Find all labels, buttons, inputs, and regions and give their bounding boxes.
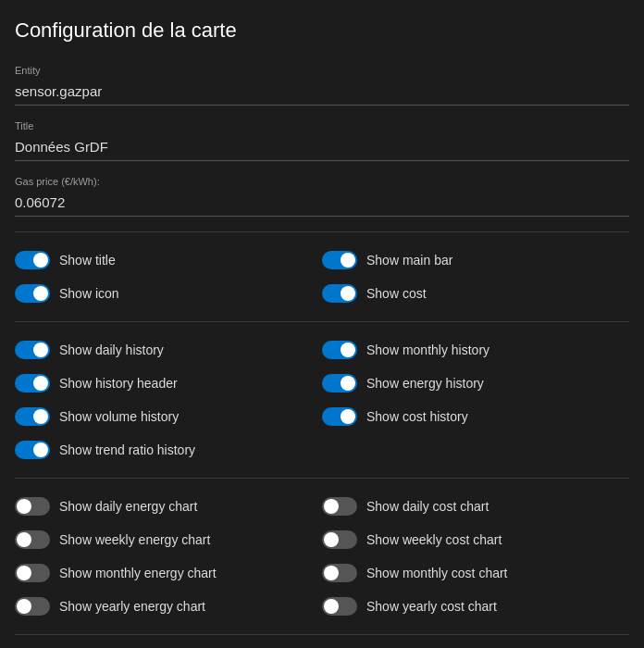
toggle-row-8: Show weekly energy chart Show weekly cos… bbox=[15, 523, 629, 556]
toggle-show-title-item: Show title bbox=[15, 243, 322, 277]
toggle-row-2: Show icon Show cost bbox=[15, 277, 629, 310]
show-history-header-toggle[interactable] bbox=[15, 374, 50, 393]
show-main-bar-label: Show main bar bbox=[366, 253, 452, 268]
show-icon-toggle[interactable] bbox=[15, 284, 50, 303]
show-daily-energy-chart-label: Show daily energy chart bbox=[59, 499, 197, 514]
toggle-row-9: Show monthly energy chart Show monthly c… bbox=[15, 556, 629, 590]
divider-2 bbox=[15, 321, 629, 322]
show-cost-label: Show cost bbox=[366, 286, 427, 301]
show-monthly-history-label: Show monthly history bbox=[366, 343, 489, 357]
show-daily-energy-chart-toggle[interactable] bbox=[15, 497, 50, 516]
toggle-show-history-header-item: Show history header bbox=[15, 367, 322, 400]
show-weekly-energy-chart-toggle[interactable] bbox=[15, 530, 50, 549]
toggle-show-trend-ratio-history-item: Show trend ratio history bbox=[15, 433, 629, 467]
title-input[interactable] bbox=[15, 135, 629, 161]
show-history-header-label: Show history header bbox=[59, 376, 178, 391]
toggle-show-weekly-cost-chart-item: Show weekly cost chart bbox=[322, 523, 629, 556]
show-monthly-history-toggle[interactable] bbox=[322, 341, 357, 359]
entity-input[interactable] bbox=[15, 80, 629, 106]
toggle-row-7: Show daily energy chart Show daily cost … bbox=[15, 490, 629, 523]
section-1: Show title Show main bar Show icon Sh bbox=[15, 243, 629, 310]
show-monthly-energy-chart-toggle[interactable] bbox=[15, 564, 50, 582]
toggle-row-3: Show daily history Show monthly history bbox=[15, 333, 629, 367]
toggle-show-volume-history-item: Show volume history bbox=[15, 400, 322, 433]
show-cost-history-toggle[interactable] bbox=[322, 407, 357, 426]
divider-1 bbox=[15, 231, 629, 232]
show-volume-history-toggle[interactable] bbox=[15, 407, 50, 426]
toggle-row-4: Show history header Show energy history bbox=[15, 367, 629, 400]
show-daily-history-toggle[interactable] bbox=[15, 341, 50, 359]
show-yearly-cost-chart-toggle[interactable] bbox=[322, 597, 357, 616]
divider-3 bbox=[15, 478, 629, 479]
toggle-show-yearly-cost-chart-item: Show yearly cost chart bbox=[322, 590, 629, 623]
show-trend-ratio-history-label: Show trend ratio history bbox=[59, 442, 195, 457]
toggle-show-daily-history-item: Show daily history bbox=[15, 333, 322, 367]
section-3: Show daily energy chart Show daily cost … bbox=[15, 490, 629, 623]
toggle-show-icon-item: Show icon bbox=[15, 277, 322, 310]
title-field-group: Title bbox=[15, 120, 629, 161]
toggle-show-cost-history-item: Show cost history bbox=[322, 400, 629, 433]
toggle-row-10: Show yearly energy chart Show yearly cos… bbox=[15, 590, 629, 623]
show-main-bar-toggle[interactable] bbox=[322, 251, 357, 269]
toggle-show-daily-cost-chart-item: Show daily cost chart bbox=[322, 490, 629, 523]
toggle-row-1: Show title Show main bar bbox=[15, 243, 629, 277]
gas-price-input[interactable] bbox=[15, 191, 629, 217]
show-daily-history-label: Show daily history bbox=[59, 343, 164, 357]
show-weekly-energy-chart-label: Show weekly energy chart bbox=[59, 532, 210, 547]
toggle-show-weekly-energy-chart-item: Show weekly energy chart bbox=[15, 523, 322, 556]
gas-price-label: Gas price (€/kWh): bbox=[15, 176, 629, 187]
show-trend-ratio-history-toggle[interactable] bbox=[15, 441, 50, 459]
show-energy-history-toggle[interactable] bbox=[322, 374, 357, 393]
entity-label: Entity bbox=[15, 65, 629, 76]
show-weekly-cost-chart-toggle[interactable] bbox=[322, 530, 357, 549]
show-monthly-energy-chart-label: Show monthly energy chart bbox=[59, 566, 217, 580]
show-cost-history-label: Show cost history bbox=[366, 409, 468, 424]
toggle-show-main-bar-item: Show main bar bbox=[322, 243, 629, 277]
section-2: Show daily history Show monthly history … bbox=[15, 333, 629, 467]
show-icon-label: Show icon bbox=[59, 286, 119, 301]
toggle-show-daily-energy-chart-item: Show daily energy chart bbox=[15, 490, 322, 523]
show-cost-toggle[interactable] bbox=[322, 284, 357, 303]
show-daily-cost-chart-label: Show daily cost chart bbox=[366, 499, 489, 514]
show-title-toggle[interactable] bbox=[15, 251, 50, 269]
show-weekly-cost-chart-label: Show weekly cost chart bbox=[366, 532, 502, 547]
title-label: Title bbox=[15, 120, 629, 131]
toggle-show-cost-item: Show cost bbox=[322, 277, 629, 310]
config-container: Configuration de la carte Entity Title G… bbox=[0, 0, 644, 648]
show-yearly-energy-chart-toggle[interactable] bbox=[15, 597, 50, 616]
divider-4 bbox=[15, 634, 629, 635]
gas-price-field-group: Gas price (€/kWh): bbox=[15, 176, 629, 217]
show-yearly-energy-chart-label: Show yearly energy chart bbox=[59, 599, 205, 614]
toggle-show-energy-history-item: Show energy history bbox=[322, 367, 629, 400]
show-energy-history-label: Show energy history bbox=[366, 376, 484, 391]
toggle-row-6: Show trend ratio history bbox=[15, 433, 629, 467]
show-yearly-cost-chart-label: Show yearly cost chart bbox=[366, 599, 497, 614]
toggle-show-yearly-energy-chart-item: Show yearly energy chart bbox=[15, 590, 322, 623]
toggle-show-monthly-energy-chart-item: Show monthly energy chart bbox=[15, 556, 322, 590]
show-monthly-cost-chart-toggle[interactable] bbox=[322, 564, 357, 582]
show-monthly-cost-chart-label: Show monthly cost chart bbox=[366, 566, 508, 580]
page-title: Configuration de la carte bbox=[15, 19, 629, 43]
show-title-label: Show title bbox=[59, 253, 116, 268]
show-volume-history-label: Show volume history bbox=[59, 409, 179, 424]
entity-field-group: Entity bbox=[15, 65, 629, 106]
toggle-show-monthly-history-item: Show monthly history bbox=[322, 333, 629, 367]
toggle-show-monthly-cost-chart-item: Show monthly cost chart bbox=[322, 556, 629, 590]
toggle-row-5: Show volume history Show cost history bbox=[15, 400, 629, 433]
show-daily-cost-chart-toggle[interactable] bbox=[322, 497, 357, 516]
